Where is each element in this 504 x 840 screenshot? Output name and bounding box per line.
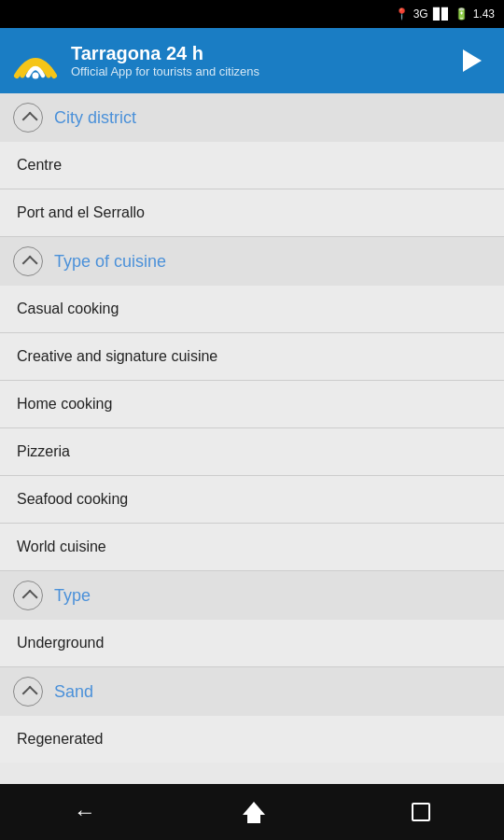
list-item[interactable]: Home cooking xyxy=(0,381,504,428)
section-header-type-of-cuisine[interactable]: Type of cuisine xyxy=(0,237,504,286)
list-item[interactable]: Casual cooking xyxy=(0,286,504,333)
list-item[interactable]: Creative and signature cuisine xyxy=(0,333,504,381)
svg-point-1 xyxy=(33,73,39,79)
header-text: Tarragona 24 h Official App for tourists… xyxy=(71,43,452,78)
send-icon xyxy=(463,49,482,72)
signal-icon: ▊▊ xyxy=(433,7,450,21)
list-item[interactable]: Port and el Serrallo xyxy=(0,189,504,237)
chevron-type-of-cuisine[interactable] xyxy=(13,246,43,276)
section-label-type: Type xyxy=(54,586,91,606)
main-content: City districtCentrePort and el SerralloT… xyxy=(0,93,504,784)
list-item[interactable]: World cuisine xyxy=(0,524,504,571)
app-title: Tarragona 24 h xyxy=(71,43,452,64)
app-subtitle: Official App for tourists and citizens xyxy=(71,64,452,78)
section-label-city-district: City district xyxy=(54,108,136,128)
app-logo xyxy=(11,36,60,85)
network-label: 3G xyxy=(413,7,428,21)
status-bar: 📍 3G ▊▊ 🔋 1.43 xyxy=(0,0,504,28)
status-icons: 📍 3G ▊▊ 🔋 1.43 xyxy=(395,7,495,21)
home-button[interactable] xyxy=(243,802,265,823)
section-label-type-of-cuisine: Type of cuisine xyxy=(54,252,166,272)
section-header-sand[interactable]: Sand xyxy=(0,667,504,716)
section-label-sand: Sand xyxy=(54,682,93,702)
battery-icon: 🔋 xyxy=(455,7,469,21)
send-button[interactable] xyxy=(452,40,493,81)
list-item[interactable]: Centre xyxy=(0,142,504,189)
chevron-city-district[interactable] xyxy=(13,103,43,133)
chevron-sand[interactable] xyxy=(13,677,43,707)
app-header: Tarragona 24 h Official App for tourists… xyxy=(0,28,504,93)
recent-apps-button[interactable] xyxy=(412,803,430,821)
chevron-type[interactable] xyxy=(13,581,43,610)
list-item[interactable]: Pizzeria xyxy=(0,428,504,476)
list-item[interactable]: Seafood cooking xyxy=(0,476,504,524)
list-item[interactable]: Underground xyxy=(0,620,504,667)
back-button[interactable]: ← xyxy=(74,799,96,825)
list-item[interactable]: Regenerated xyxy=(0,716,504,763)
section-header-city-district[interactable]: City district xyxy=(0,93,504,142)
location-icon: 📍 xyxy=(395,7,409,21)
nav-bar: ← xyxy=(0,784,504,840)
section-header-type[interactable]: Type xyxy=(0,571,504,620)
time-label: 1.43 xyxy=(473,7,495,21)
